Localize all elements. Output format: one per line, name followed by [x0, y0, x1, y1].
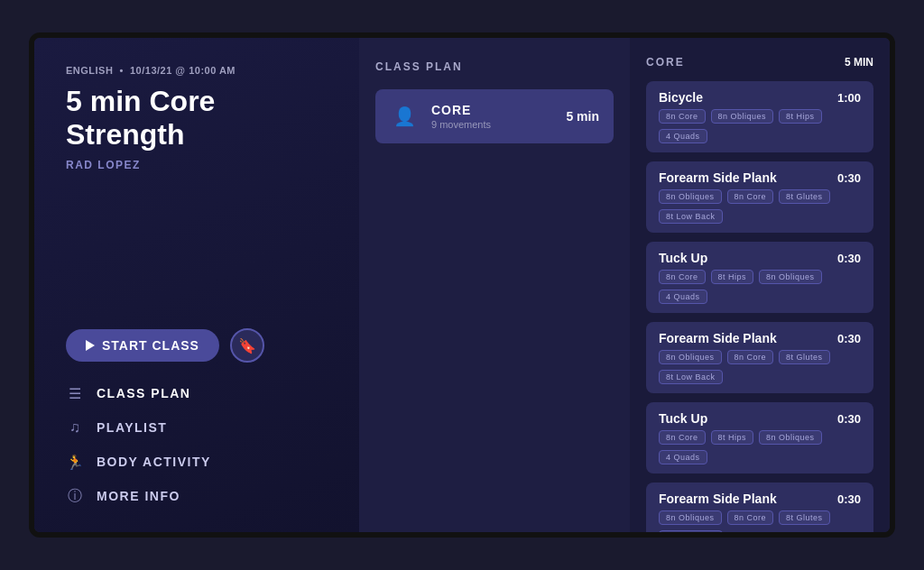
- class-title: 5 min Core Strength: [66, 85, 328, 152]
- start-class-button[interactable]: START CLASS: [66, 329, 219, 362]
- exercise-section-duration: 5 MIN: [845, 56, 873, 69]
- exercise-name: Forearm Side Plank: [659, 331, 777, 345]
- exercise-card[interactable]: Forearm Side Plank0:308n Obliques8n Core…: [646, 322, 873, 393]
- exercise-time: 0:30: [837, 332, 861, 345]
- exercise-tag: 8t Hips: [711, 430, 754, 445]
- exercise-tag: 8n Obliques: [759, 430, 822, 445]
- instructor-name: RAD LOPEZ: [66, 159, 328, 171]
- music-icon: ♫: [66, 418, 84, 437]
- exercise-section-title: CORE: [646, 56, 685, 69]
- exercise-name: Forearm Side Plank: [659, 492, 777, 506]
- exercise-tag: 8n Core: [659, 109, 706, 124]
- exercise-tag: 8n Core: [727, 350, 774, 364]
- nav-label-more-info: MORE INFO: [97, 489, 180, 503]
- nav-label-body-activity: BODY ACTIVITY: [97, 455, 211, 469]
- exercises-container: Bicycle1:008n Core8n Obliques8t Hips4 Qu…: [646, 81, 873, 532]
- core-card-duration: 5 min: [566, 109, 599, 124]
- exercise-tag: 8t Glutes: [779, 350, 830, 364]
- core-class-card[interactable]: 👤 CORE 9 movements 5 min: [375, 89, 614, 143]
- class-meta: ENGLISH • 10/13/21 @ 10:00 AM: [66, 65, 328, 76]
- exercise-name: Bicycle: [659, 90, 703, 105]
- start-class-row: START CLASS 🔖: [66, 328, 328, 363]
- exercise-tag: 8t Hips: [779, 109, 822, 124]
- exercise-card[interactable]: Tuck Up0:308n Core8t Hips8n Obliques4 Qu…: [646, 242, 873, 313]
- exercise-tags: 8n Core8n Obliques8t Hips4 Quads: [659, 109, 861, 143]
- exercise-time: 1:00: [837, 91, 861, 105]
- info-icon: ⓘ: [66, 487, 84, 505]
- exercise-tags: 8n Obliques8n Core8t Glutes8t Low Back: [659, 350, 861, 384]
- nav-actions: START CLASS 🔖 ☰ CLASS PLAN ♫ PLAYLIST 🏃 …: [66, 328, 328, 505]
- exercise-time: 0:30: [837, 171, 861, 185]
- exercise-time: 0:30: [837, 492, 861, 506]
- exercise-tag: 4 Quads: [659, 290, 707, 304]
- date-label: 10/13/21 @ 10:00 AM: [130, 65, 236, 76]
- exercise-tag: 8n Core: [727, 189, 774, 204]
- nav-item-body-activity[interactable]: 🏃 BODY ACTIVITY: [66, 453, 328, 471]
- exercise-tag: 4 Quads: [659, 450, 707, 464]
- right-panel: CORE 5 MIN Bicycle1:008n Core8n Obliques…: [630, 38, 890, 532]
- exercise-tag: 8n Obliques: [711, 109, 774, 124]
- exercise-tags: 8n Obliques8n Core8t Glutes8t Low Back: [659, 510, 861, 532]
- exercise-time: 0:30: [837, 252, 861, 265]
- play-icon: [86, 340, 95, 351]
- language-label: ENGLISH: [66, 65, 113, 76]
- core-card-movements: 9 movements: [431, 119, 553, 130]
- left-panel: ENGLISH • 10/13/21 @ 10:00 AM 5 min Core…: [34, 38, 359, 532]
- exercise-tags: 8n Core8t Hips8n Obliques4 Quads: [659, 270, 861, 304]
- nav-label-playlist: PLAYLIST: [97, 420, 167, 435]
- exercise-tag: 8t Low Back: [659, 209, 723, 224]
- exercise-name: Tuck Up: [659, 251, 707, 265]
- exercise-card[interactable]: Tuck Up0:308n Core8t Hips8n Obliques4 Qu…: [646, 402, 873, 473]
- start-class-label: START CLASS: [102, 338, 199, 353]
- exercise-tags: 8n Obliques8n Core8t Glutes8t Low Back: [659, 189, 861, 224]
- core-card-info: CORE 9 movements: [431, 103, 553, 130]
- exercise-tag: 8n Obliques: [759, 270, 822, 284]
- exercise-tag: 8t Hips: [711, 270, 754, 284]
- bookmark-button[interactable]: 🔖: [230, 328, 264, 363]
- nav-item-playlist[interactable]: ♫ PLAYLIST: [66, 418, 328, 437]
- exercise-tag: 8n Obliques: [659, 510, 722, 525]
- exercise-name: Tuck Up: [659, 411, 707, 426]
- exercise-card[interactable]: Forearm Side Plank0:308n Obliques8n Core…: [646, 161, 873, 233]
- exercise-card[interactable]: Bicycle1:008n Core8n Obliques8t Hips4 Qu…: [646, 81, 873, 152]
- exercise-name: Forearm Side Plank: [659, 170, 777, 185]
- exercise-card[interactable]: Forearm Side Plank0:308n Obliques8n Core…: [646, 483, 873, 532]
- list-icon: ☰: [66, 384, 84, 402]
- nav-item-more-info[interactable]: ⓘ MORE INFO: [66, 487, 328, 505]
- core-card-name: CORE: [431, 103, 553, 117]
- exercise-tag: 8n Core: [659, 270, 706, 284]
- exercise-tag: 8n Core: [727, 510, 774, 525]
- exercise-tag: 8n Obliques: [659, 350, 722, 364]
- exercise-tag: 4 Quads: [659, 129, 707, 143]
- tv-frame: ENGLISH • 10/13/21 @ 10:00 AM 5 min Core…: [29, 32, 895, 538]
- exercise-tag: 8t Glutes: [779, 189, 830, 204]
- figure-icon: 🏃: [66, 453, 84, 471]
- nav-label-class-plan: CLASS PLAN: [97, 386, 190, 400]
- exercise-tag: 8n Obliques: [659, 189, 722, 204]
- exercise-time: 0:30: [837, 412, 861, 426]
- exercise-tag: 8n Core: [659, 430, 706, 445]
- middle-panel: CLASS PLAN 👤 CORE 9 movements 5 min: [359, 38, 630, 532]
- exercise-tag: 8t Glutes: [779, 510, 830, 525]
- nav-item-class-plan[interactable]: ☰ CLASS PLAN: [66, 384, 328, 402]
- right-header: CORE 5 MIN: [646, 56, 873, 69]
- exercise-tag: 8t Low Back: [659, 530, 723, 532]
- core-card-icon: 👤: [390, 102, 419, 131]
- exercise-tag: 8t Low Back: [659, 370, 723, 384]
- class-plan-header: CLASS PLAN: [375, 60, 614, 73]
- exercise-tags: 8n Core8t Hips8n Obliques4 Quads: [659, 430, 861, 464]
